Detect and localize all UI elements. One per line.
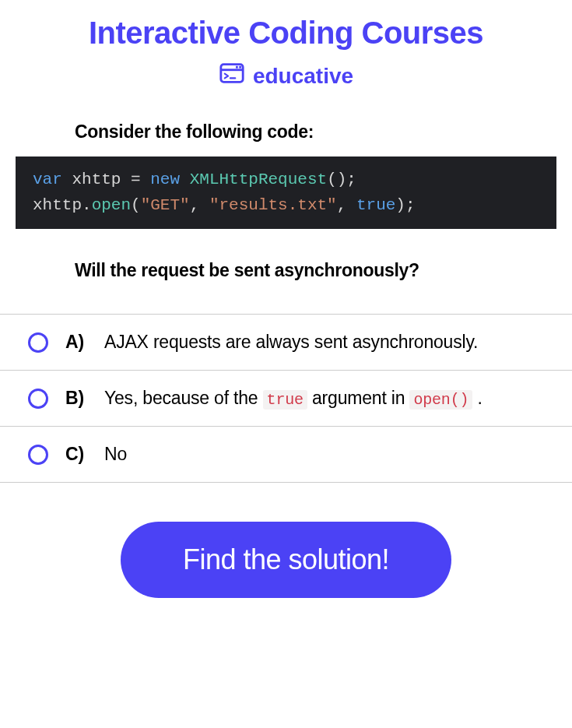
- code-block: var xhttp = new XMLHttpRequest(); xhttp.…: [16, 157, 556, 229]
- option-b[interactable]: B) Yes, because of the true argument in …: [0, 371, 572, 427]
- cta-wrap: Find the solution!: [0, 522, 572, 598]
- code-bool: true: [356, 196, 395, 214]
- inline-code: open(): [409, 390, 472, 410]
- option-text-mid: argument in: [307, 388, 410, 408]
- option-letter: A): [65, 332, 87, 353]
- option-text: AJAX requests are always sent asynchrono…: [104, 332, 478, 353]
- radio-icon: [28, 389, 48, 409]
- svg-rect-2: [236, 66, 238, 69]
- code-constructor: XMLHttpRequest: [190, 171, 327, 188]
- code-pun: ();: [327, 171, 356, 188]
- code-eq: =: [131, 171, 141, 188]
- option-text: No: [104, 444, 127, 465]
- svg-rect-3: [239, 66, 241, 69]
- code-keyword-var: var: [33, 171, 62, 188]
- header: Interactive Coding Courses educative: [0, 0, 572, 92]
- page-title: Interactive Coding Courses: [0, 16, 572, 51]
- radio-icon: [28, 332, 48, 353]
- brand-icon: [219, 60, 245, 92]
- option-a[interactable]: A) AJAX requests are always sent asynchr…: [0, 315, 572, 371]
- find-solution-button[interactable]: Find the solution!: [121, 522, 451, 598]
- option-c[interactable]: C) No: [0, 427, 572, 483]
- option-text-post: .: [472, 388, 482, 408]
- code-pun: (: [131, 196, 141, 214]
- options-list: A) AJAX requests are always sent asynchr…: [0, 314, 572, 483]
- code-string: "GET": [141, 196, 190, 214]
- code-method: open: [92, 196, 131, 214]
- code-pun: .: [82, 196, 92, 214]
- code-ident: xhttp: [72, 171, 121, 188]
- question-text: Will the request be sent asynchronously?: [75, 260, 556, 281]
- option-letter: B): [65, 388, 87, 409]
- brand-row: educative: [0, 60, 572, 92]
- option-text: Yes, because of the true argument in ope…: [104, 388, 483, 409]
- code-ident2: xhttp: [33, 196, 82, 214]
- inline-code: true: [263, 390, 307, 410]
- option-text-pre: Yes, because of the: [104, 388, 263, 408]
- radio-icon: [28, 445, 48, 465]
- content: Consider the following code: var xhttp =…: [0, 121, 572, 281]
- brand-name: educative: [253, 64, 353, 89]
- code-string: "results.txt": [209, 196, 337, 214]
- code-pun: ,: [190, 196, 209, 214]
- prompt-text: Consider the following code:: [75, 121, 556, 142]
- option-letter: C): [65, 444, 87, 465]
- code-pun: );: [395, 196, 415, 214]
- code-pun: ,: [337, 196, 356, 214]
- code-keyword-new: new: [150, 171, 180, 188]
